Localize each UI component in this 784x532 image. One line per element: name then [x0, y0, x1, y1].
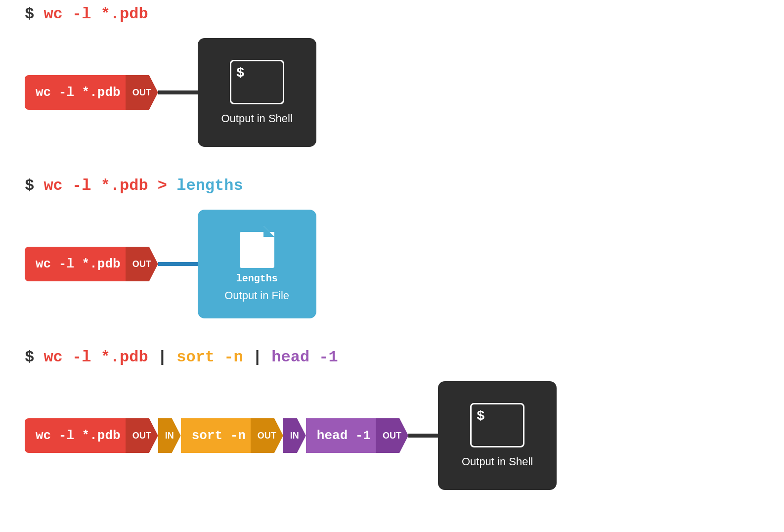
section3-in2-badge: IN: [158, 418, 181, 453]
section3: $ wc -l *.pdb | sort -n | head -1 wc -l …: [25, 348, 759, 490]
svg-marker-2: [263, 226, 274, 237]
svg-rect-0: [240, 232, 274, 268]
section2-pill: wc -l *.pdb: [25, 247, 126, 281]
file-icon-svg: [240, 226, 274, 268]
section3-out3-badge: OUT: [376, 418, 408, 453]
section1-connector: [158, 90, 198, 94]
section2-file: lengths Output in File: [198, 210, 316, 318]
section1-cmd-unit: wc -l *.pdb OUT: [25, 75, 158, 110]
section1-pill: wc -l *.pdb: [25, 75, 126, 110]
section1-cmd-styled: $ wc -l *.pdb: [25, 5, 759, 23]
section2-file-label: Output in File: [224, 289, 289, 302]
section3-out2-badge: OUT: [251, 418, 283, 453]
section3-in2-label: IN: [165, 431, 174, 441]
section1-out-label: OUT: [132, 88, 151, 98]
section3-pill2: sort -n: [181, 418, 251, 453]
section3-pill1: wc -l *.pdb: [25, 418, 126, 453]
section1-out-badge: OUT: [126, 75, 158, 110]
section2-pill-label: wc -l *.pdb: [36, 257, 126, 271]
section2-file-name: lengths: [236, 273, 278, 284]
section2-cmd: $ wc -l *.pdb > lengths: [25, 177, 759, 195]
section1-dollar: $: [236, 65, 245, 81]
section1-pill-label: wc -l *.pdb: [36, 85, 126, 100]
section2-out-badge: OUT: [126, 247, 158, 281]
section3-out1-badge: OUT: [126, 418, 158, 453]
section2-flow: wc -l *.pdb OUT lengths Output in File: [25, 210, 759, 318]
section2: $ wc -l *.pdb > lengths wc -l *.pdb OUT …: [25, 177, 759, 318]
section1: $ $ wc -l *.pdb $ wc -l *.pdb wc -l *.pd…: [25, 5, 759, 147]
section2-connector: [158, 262, 198, 266]
section3-pill1-label: wc -l *.pdb: [36, 428, 126, 443]
section3-out3-label: OUT: [383, 431, 401, 441]
section3-out2-label: OUT: [258, 431, 276, 441]
section3-cmd-unit1: wc -l *.pdb OUT: [25, 418, 158, 453]
section3-pill3: head -1: [306, 418, 376, 453]
section3-terminal-label: Output in Shell: [462, 455, 533, 468]
section3-screen: $: [470, 403, 524, 447]
section3-cmd: $ wc -l *.pdb | sort -n | head -1: [25, 348, 759, 366]
section3-out1-label: OUT: [132, 431, 151, 441]
section2-cmd-unit: wc -l *.pdb OUT: [25, 247, 158, 281]
section1-terminal-label: Output in Shell: [221, 112, 292, 125]
section1-terminal: $ Output in Shell: [198, 38, 316, 147]
section1-screen: $: [230, 60, 284, 104]
section3-pill3-label: head -1: [317, 428, 376, 443]
section3-pill2-label: sort -n: [192, 428, 251, 443]
section2-out-label: OUT: [132, 259, 151, 269]
section3-in3-label: IN: [290, 431, 299, 441]
section3-dollar: $: [477, 408, 485, 424]
section3-connector: [408, 434, 438, 438]
section3-terminal: $ Output in Shell: [438, 381, 557, 490]
section3-flow: wc -l *.pdb OUT IN sort -n OUT IN head -…: [25, 381, 759, 490]
section3-in3-badge: IN: [283, 418, 306, 453]
section1-flow: wc -l *.pdb OUT $ Output in Shell: [25, 38, 759, 147]
